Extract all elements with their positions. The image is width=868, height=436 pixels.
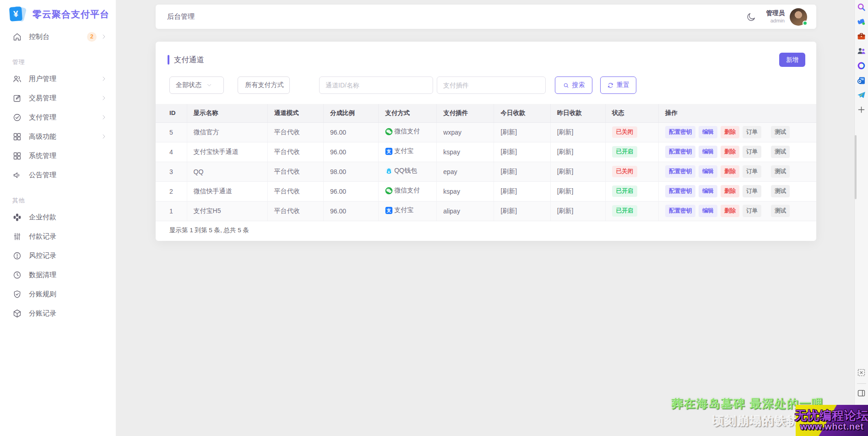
cell-status: 已关闭 [605, 162, 658, 181]
sidebar-item-label: 分账记录 [29, 309, 108, 318]
config-key-button[interactable]: 配置密钥 [665, 165, 695, 178]
sidebar-item-console[interactable]: 控制台 2 [0, 27, 116, 46]
column-header: 昨日收款 [550, 104, 605, 122]
config-key-button[interactable]: 配置密钥 [665, 126, 695, 138]
status-badge: 已关闭 [612, 126, 638, 138]
avatar[interactable] [790, 8, 807, 26]
edge-split-view-icon[interactable] [857, 388, 866, 398]
edit-button[interactable]: 编辑 [699, 146, 717, 158]
test-button[interactable]: 测试 [771, 205, 790, 217]
refresh-today-link[interactable]: [刷新] [500, 128, 517, 136]
config-key-button[interactable]: 配置密钥 [665, 146, 695, 158]
refresh-today-link[interactable]: [刷新] [500, 207, 517, 214]
refresh-yesterday-link[interactable]: [刷新] [557, 168, 574, 175]
cell-plugin: kspay [437, 142, 494, 162]
edge-screenshot-icon[interactable] [857, 368, 866, 377]
edit-button[interactable]: 编辑 [699, 205, 717, 217]
cell-id: 3 [156, 162, 187, 181]
dark-mode-toggle-moon-icon[interactable] [746, 12, 756, 22]
cell-split-ratio: 96.00 [323, 181, 378, 201]
delete-button[interactable]: 删除 [721, 185, 739, 197]
edit-button[interactable]: 编辑 [699, 165, 717, 178]
edge-contacts-icon[interactable] [857, 46, 866, 56]
channel-id-input[interactable] [319, 76, 433, 94]
payment-method-select[interactable]: 所有支付方式 [238, 76, 290, 94]
refresh-yesterday-link[interactable]: [刷新] [557, 207, 574, 214]
sidebar-item-users[interactable]: 用户管理 [0, 69, 116, 88]
column-header: 操作 [658, 104, 816, 122]
refresh-yesterday-link[interactable]: [刷新] [557, 187, 574, 195]
edge-browser-search-icon[interactable] [857, 2, 866, 12]
test-button[interactable]: 测试 [771, 126, 790, 138]
column-header: 分成比例 [323, 104, 378, 122]
svg-text:支: 支 [386, 208, 391, 213]
pagination-summary: 显示第 1 到第 5 条, 总共 5 条 [169, 226, 816, 234]
order-button[interactable]: 订单 [743, 165, 761, 178]
edit-button[interactable]: 编辑 [699, 185, 717, 197]
sidebar-item-payments[interactable]: 支付管理 [0, 108, 116, 127]
delete-button[interactable]: 删除 [721, 165, 739, 178]
brand[interactable]: ¥ 零云聚合支付平台 [0, 0, 116, 27]
sidebar-item-pay-records[interactable]: 付款记录 [0, 227, 116, 246]
edge-add-plus-icon[interactable] [857, 105, 866, 114]
scrollbar-thumb[interactable] [855, 135, 857, 199]
online-status-dot [803, 21, 808, 26]
sidebar-item-trades[interactable]: 交易管理 [0, 88, 116, 108]
refresh-today-link[interactable]: [刷新] [500, 148, 517, 155]
status-badge: 已开启 [612, 205, 638, 217]
column-header: 通道模式 [267, 104, 323, 122]
delete-button[interactable]: 删除 [721, 205, 739, 217]
test-button[interactable]: 测试 [771, 185, 790, 197]
refresh-yesterday-link[interactable]: [刷新] [557, 148, 574, 155]
sidebar-item-label: 分账规则 [29, 290, 108, 299]
cell-yesterday-income: [刷新] [550, 201, 605, 221]
edge-briefcase-icon[interactable] [857, 32, 866, 41]
browser-edge-strip [854, 0, 868, 436]
plugin-input[interactable] [437, 76, 546, 94]
order-button[interactable]: 订单 [743, 185, 761, 197]
sidebar-item-enterprise-pay[interactable]: 企业付款 [0, 207, 116, 227]
refresh-yesterday-link[interactable]: [刷新] [557, 128, 574, 136]
order-button[interactable]: 订单 [743, 126, 761, 138]
sidebar-item-split-records[interactable]: 分账记录 [0, 304, 116, 323]
search-button[interactable]: 搜索 [555, 76, 592, 94]
refresh-today-link[interactable]: [刷新] [500, 187, 517, 195]
cell-split-ratio: 96.00 [323, 142, 378, 162]
cell-payment-method: QQ钱包 [379, 162, 437, 181]
edge-sync-loop-icon[interactable] [857, 61, 866, 71]
user-menu[interactable]: 管理员 admin [766, 8, 808, 26]
status-select[interactable]: 全部状态 [169, 76, 224, 94]
edge-mail-icon[interactable] [857, 76, 866, 85]
cell-yesterday-income: [刷新] [550, 142, 605, 162]
sidebar-item-label: 控制台 [29, 33, 87, 41]
config-key-button[interactable]: 配置密钥 [665, 185, 695, 197]
filters-row: 全部状态 所有支付方式 搜索 重置 [156, 76, 816, 94]
sidebar-item-system[interactable]: 系统管理 [0, 146, 116, 165]
table-header-row: ID显示名称通道模式分成比例支付方式支付插件今日收款昨日收款状态操作 [156, 104, 816, 122]
refresh-today-link[interactable]: [刷新] [500, 168, 517, 175]
test-button[interactable]: 测试 [771, 146, 790, 158]
check-circle-icon [12, 113, 22, 122]
edit-button[interactable]: 编辑 [699, 126, 717, 138]
reset-button[interactable]: 重置 [600, 76, 636, 94]
test-button[interactable]: 测试 [771, 165, 790, 178]
add-button[interactable]: 新增 [779, 53, 805, 67]
cell-channel-mode: 平台代收 [267, 162, 323, 181]
cell-plugin: wxpay [437, 122, 494, 142]
edge-telegram-icon[interactable] [857, 90, 866, 100]
config-key-button[interactable]: 配置密钥 [665, 205, 695, 217]
sidebar-item-risk-records[interactable]: 风控记录 [0, 246, 116, 265]
sidebar-item-split-rules[interactable]: 分账规则 [0, 284, 116, 304]
sidebar-item-data-clean[interactable]: 数据清理 [0, 265, 116, 284]
edge-tag-icon[interactable] [857, 17, 866, 27]
order-button[interactable]: 订单 [743, 205, 761, 217]
delete-button[interactable]: 删除 [721, 126, 739, 138]
order-button[interactable]: 订单 [743, 146, 761, 158]
delete-button[interactable]: 删除 [721, 146, 739, 158]
cell-display-name: QQ [187, 162, 267, 181]
sidebar-item-announcements[interactable]: 公告管理 [0, 165, 116, 185]
cell-status: 已开启 [605, 181, 658, 201]
sidebar-groups: 管理用户管理交易管理支付管理高级功能系统管理公告管理其他企业付款付款记录风控记录… [0, 58, 116, 323]
column-header: 显示名称 [187, 104, 267, 122]
sidebar-item-advanced[interactable]: 高级功能 [0, 127, 116, 146]
